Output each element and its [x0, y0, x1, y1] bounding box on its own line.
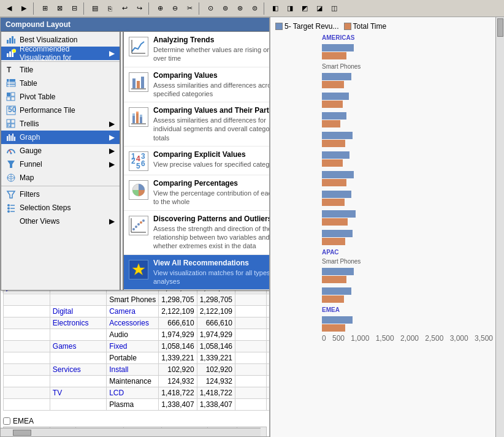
toolbar-btn-20[interactable]: ◪: [313, 2, 326, 15]
svg-point-36: [7, 204, 10, 207]
chart-scrollbar[interactable]: [495, 17, 504, 437]
svg-rect-15: [7, 97, 10, 101]
viz-item-trends[interactable]: Analyzing Trends Determine whether value…: [124, 32, 270, 67]
graph-arrow: ▶: [109, 133, 115, 142]
toolbar-btn-11[interactable]: ⊖: [168, 2, 181, 15]
viz-item-compare-values[interactable]: Comparing Values Assess similarities and…: [124, 67, 270, 103]
menu-item-map[interactable]: Map: [1, 171, 120, 184]
toolbar-btn-15[interactable]: ⊛: [233, 2, 246, 15]
menu-item-filters[interactable]: Filters: [1, 188, 120, 201]
context-menu-container: Best Visualization Recommended Visualiza…: [1, 31, 270, 291]
table-row: Plasma1,338,4071,338,407: [4, 399, 270, 411]
bar-blue: [322, 191, 351, 198]
title-icon: T: [6, 65, 16, 75]
bar-orange: [322, 81, 344, 88]
toolbar-btn-16[interactable]: ⊜: [248, 2, 261, 15]
selection-steps-icon: [6, 203, 16, 213]
menu-item-pivot[interactable]: Pivot Table: [1, 90, 120, 104]
viz-item-view-all[interactable]: View All Recommendations View visualizat…: [124, 255, 270, 291]
viz-item-patterns[interactable]: Discovering Patterns and Outliers Assess…: [124, 211, 270, 255]
funnel-arrow: ▶: [109, 160, 115, 169]
region-header-emea: EMEA: [3, 416, 267, 427]
menu-item-table[interactable]: Table: [1, 77, 120, 90]
compound-layout-header: Compound Layout: [1, 18, 269, 31]
menu-item-gauge[interactable]: Gauge ▶: [1, 144, 120, 158]
bar-orange: [322, 120, 340, 127]
viz-item-trends-text: Analyzing Trends Determine whether value…: [153, 36, 270, 63]
svg-point-62: [132, 228, 135, 230]
bar-orange: [322, 295, 344, 303]
filter-icon: [6, 189, 16, 199]
axis-label: 2,000: [400, 334, 419, 343]
bar-orange: [322, 218, 348, 226]
toolbar-btn-2[interactable]: ▶: [17, 2, 31, 15]
toolbar-btn-7[interactable]: ⎘: [103, 2, 116, 15]
table-row: Smart Phones1,298,7051,298,705: [4, 294, 270, 306]
best-viz-icon: [6, 35, 16, 45]
axis-label: 3,500: [475, 334, 493, 343]
other-views-icon: [6, 216, 16, 226]
svg-point-37: [7, 207, 10, 210]
menu-item-funnel[interactable]: Funnel ▶: [1, 158, 120, 171]
viz-item-explicit-desc: View precise values for specified catego…: [153, 160, 270, 169]
svg-rect-44: [132, 78, 136, 88]
viz-item-percentages-desc: View the percentage contribution of each…: [153, 189, 270, 207]
table-row: ElectronicsAccessories666,610666,610: [4, 317, 270, 329]
viz-item-explicit-text: Comparing Explicit Values View precise v…: [153, 150, 270, 169]
viz-item-compare-values-text: Comparing Values Assess similarities and…: [153, 71, 270, 99]
toolbar-btn-13[interactable]: ⊙: [204, 2, 217, 15]
chart-row: [273, 314, 493, 333]
menu-item-trellis[interactable]: Trellis ▶: [1, 117, 120, 131]
toolbar-btn-9[interactable]: ↪: [132, 2, 146, 15]
menu-item-best-viz-label: Best Visualization: [20, 36, 78, 44]
menu-item-other-views[interactable]: Other Views ▶: [1, 215, 120, 228]
toolbar-btn-3[interactable]: ⊞: [38, 2, 52, 15]
toolbar-btn-17[interactable]: ◧: [269, 2, 282, 15]
chart-row: [273, 189, 493, 207]
viz-icon-explicit: 1 2 4 3 6 5: [129, 151, 148, 171]
svg-rect-48: [132, 116, 135, 123]
toolbar-btn-19[interactable]: ◩: [298, 2, 311, 15]
toolbar-btn-8[interactable]: ↩: [118, 2, 131, 15]
svg-rect-19: [7, 120, 10, 123]
menu-item-graph[interactable]: Graph ▶: [1, 131, 120, 144]
viz-icon-trends: [129, 37, 148, 56]
toolbar-btn-12[interactable]: ✂: [183, 2, 196, 15]
toolbar-btn-21[interactable]: ◫: [327, 2, 341, 15]
bar-blue: [322, 210, 356, 218]
menu-item-recommended[interactable]: Recommended Visualization for ▶: [1, 47, 120, 60]
table-row: DigitalCamera2,122,1092,122,109: [4, 306, 270, 317]
scrollbar-thumb[interactable]: [13, 430, 31, 436]
menu-item-perf-tile[interactable]: 50 Performance Tile: [1, 104, 120, 117]
table-row: Maintenance124,932124,932: [4, 376, 270, 387]
toolbar-btn-14[interactable]: ⊚: [218, 2, 232, 15]
svg-rect-26: [9, 134, 10, 141]
viz-item-explicit-title: Comparing Explicit Values: [153, 150, 270, 159]
viz-item-percentages[interactable]: Comparing Percentages View the percentag…: [124, 175, 270, 211]
region-checkbox-emea[interactable]: [3, 417, 10, 425]
context-menu: Best Visualization Recommended Visualiza…: [1, 31, 120, 291]
toolbar: ◀ ▶ ⊞ ⊠ ⊟ ▤ ⎘ ↩ ↪ ⊕ ⊖ ✂ ⊙ ⊚ ⊛ ⊜ ◧ ◨ ◩ ◪ …: [0, 0, 504, 17]
svg-text:6: 6: [141, 159, 145, 168]
bar-blue: [322, 316, 353, 324]
bar-orange: [322, 179, 346, 186]
viz-item-explicit[interactable]: 1 2 4 3 6 5 Comparing Explicit Values Vi…: [124, 146, 270, 175]
menu-item-selection-steps[interactable]: Selection Steps: [1, 201, 120, 215]
toolbar-btn-5[interactable]: ⊟: [67, 2, 81, 15]
svg-rect-1: [9, 38, 11, 44]
chart-row: [273, 208, 493, 227]
svg-rect-22: [11, 124, 15, 127]
menu-item-title[interactable]: T Title: [1, 63, 120, 77]
chart-row: [273, 91, 493, 109]
toolbar-btn-1[interactable]: ◀: [2, 2, 16, 15]
toolbar-btn-6[interactable]: ▤: [88, 2, 102, 15]
pivot-icon: [6, 92, 16, 102]
toolbar-btn-10[interactable]: ⊕: [153, 2, 167, 15]
svg-rect-52: [140, 117, 142, 123]
toolbar-btn-18[interactable]: ◨: [283, 2, 297, 15]
bottom-scrollbar[interactable]: [1, 428, 261, 436]
toolbar-btn-4[interactable]: ⊠: [53, 2, 66, 15]
table-row: ServicesInstall102,920102,920: [4, 364, 270, 376]
viz-item-compare-parts[interactable]: Comparing Values and Their Parts Assess …: [124, 102, 270, 146]
svg-rect-13: [7, 93, 10, 96]
